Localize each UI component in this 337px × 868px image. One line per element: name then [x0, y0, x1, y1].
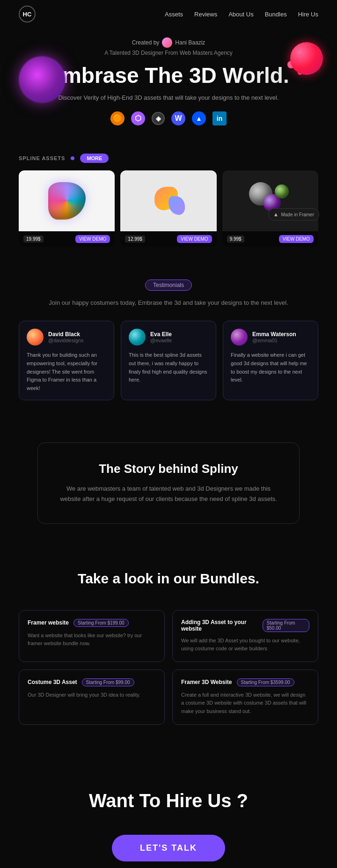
bundle-4-name: Framer 3D Website — [181, 679, 232, 685]
hero-desc: Discover Verity of High-End 3D assets th… — [28, 94, 309, 101]
bundle-card-2: Adding 3D Asset to your website Starting… — [172, 610, 318, 662]
bundle-2-price: Starting From $50.00 — [263, 619, 309, 632]
nav-links: Assets Reviews About Us Bundles Hire Us — [165, 10, 318, 18]
nav-bundles[interactable]: Bundles — [265, 11, 287, 18]
bundle-4-price: Starting From $3599.00 — [237, 678, 294, 686]
framer-badge-text: Made in Framer — [281, 212, 314, 217]
bundle-4-desc: Create a full and interactive 3D website… — [181, 691, 309, 716]
nav-logo: HC — [19, 6, 36, 22]
asset-2-view-btn[interactable]: VIEW DEMO — [177, 235, 212, 243]
bundles-grid: Framer website Starting From $199.00 Wan… — [19, 610, 318, 725]
asset-1-price: 19.99$ — [23, 235, 44, 243]
story-section: The Story behind Spliny We are webmaster… — [0, 414, 337, 552]
sphere3 — [275, 184, 289, 199]
testimonial-3-name: Emma Waterson — [252, 331, 296, 338]
bundle-card-1: Framer website Starting From $199.00 Wan… — [19, 610, 165, 662]
created-label: Created by — [132, 39, 160, 46]
linkedin-icon[interactable]: in — [212, 111, 227, 125]
sketch-icon[interactable]: ◈ — [152, 112, 165, 125]
hire-heading: Want To Hire Us ? — [19, 790, 318, 811]
hero-section: Created by Hani Baaziz A Talented 3D Des… — [0, 28, 337, 144]
hero-deco-sphere — [19, 56, 66, 103]
asset-3-view-btn[interactable]: VIEW DEMO — [279, 235, 314, 243]
story-heading: The Story behind Spliny — [57, 462, 280, 476]
assets-dot — [71, 156, 74, 160]
asset-card-1-img — [19, 170, 115, 231]
more-button[interactable]: MORE — [80, 154, 109, 163]
testimonial-1-name: David Black — [48, 331, 83, 338]
testimonial-1-info: David Black @daviddesigns — [48, 331, 83, 343]
nav-hire[interactable]: Hire Us — [298, 11, 318, 18]
testimonial-3-handle: @emma01 — [252, 338, 296, 343]
bundle-3-header: Costume 3D Asset Starting From $99.00 — [28, 678, 156, 686]
bundle-card-4: Framer 3D Website Starting From $3599.00… — [172, 669, 318, 725]
testimonial-2-author: Eva Elle @evaelle — [129, 329, 208, 346]
testimonial-2-info: Eva Elle @evaelle — [150, 331, 172, 343]
figma-icon[interactable]: ⬡ — [131, 111, 145, 125]
testimonial-3-author: Emma Waterson @emma01 — [231, 329, 310, 346]
hero-deco-spiral — [290, 42, 323, 75]
assets-header: SPLINE ASSETS MORE — [19, 154, 318, 163]
bundle-1-header: Framer website Starting From $199.00 — [28, 619, 156, 627]
bundle-2-header: Adding 3D Asset to your website Starting… — [181, 619, 309, 632]
hero-heading: Embrase The 3D World. — [28, 64, 309, 88]
testimonial-1-text: Thank you for building such an empowerin… — [27, 351, 106, 392]
asset-1-view-btn[interactable]: VIEW DEMO — [75, 235, 110, 243]
testimonial-1-avatar — [27, 329, 44, 346]
story-text: We are webmasters a team of talented web… — [57, 484, 280, 504]
creator-avatar — [162, 37, 172, 48]
nav-assets[interactable]: Assets — [165, 11, 183, 18]
testimonial-3-avatar — [231, 329, 248, 346]
blender-icon[interactable]: 🟠 — [110, 111, 125, 125]
bundle-3-desc: Our 3D Designer will bring your 3D idea … — [28, 691, 156, 699]
asset-card-2-footer: 12.99$ VIEW DEMO — [120, 231, 216, 247]
nav-about[interactable]: About Us — [228, 11, 253, 18]
bundle-1-name: Framer website — [28, 619, 69, 626]
testimonial-1: David Black @daviddesigns Thank you for … — [19, 321, 114, 400]
hero-icons: 🟠 ⬡ ◈ W ▲ in — [28, 111, 309, 125]
hero-subtitle: A Talented 3D Designer From Web Masters … — [28, 50, 309, 56]
asset-3-price: 9.99$ — [227, 235, 244, 243]
blob2 — [168, 196, 185, 215]
bundle-1-price: Starting From $199.00 — [73, 619, 129, 627]
bundle-4-header: Framer 3D Website Starting From $3599.00 — [181, 678, 309, 686]
webflow-icon[interactable]: W — [171, 111, 185, 125]
testimonial-2-handle: @evaelle — [150, 338, 172, 343]
testimonial-1-author: David Black @daviddesigns — [27, 329, 106, 346]
created-by: Created by Hani Baaziz — [28, 37, 309, 48]
bundle-1-desc: Want a website that looks like our websi… — [28, 632, 156, 648]
testimonial-2-avatar — [129, 329, 146, 346]
framer-icon[interactable]: ▲ — [192, 111, 206, 125]
framer-badge: ▲ Made in Framer — [268, 208, 319, 221]
abstract-shape — [150, 187, 187, 215]
testimonial-3-info: Emma Waterson @emma01 — [252, 331, 296, 343]
testimonial-2-name: Eva Elle — [150, 331, 172, 338]
testimonials-desc: Join our happy costumers today, Embrase … — [19, 298, 318, 308]
asset-card-2: 12.99$ VIEW DEMO — [120, 170, 216, 247]
asset-card-3-footer: 9.99$ VIEW DEMO — [222, 231, 318, 247]
testimonial-2-text: This is the best spline 3d assets out th… — [129, 351, 208, 384]
bundles-section: Take a look in our Bundles. Framer websi… — [0, 552, 337, 743]
assets-cards-wrapper: 19.99$ VIEW DEMO 12.99$ VIEW DEMO — [19, 170, 318, 247]
asset-card-1: 19.99$ VIEW DEMO — [19, 170, 115, 247]
bundles-heading: Take a look in our Bundles. — [19, 571, 318, 587]
story-box: The Story behind Spliny We are webmaster… — [37, 442, 300, 523]
hire-section: Want To Hire Us ? LET'S TALK — [0, 743, 337, 868]
bundle-3-name: Costume 3D Asset — [28, 679, 77, 685]
creator-name: Hani Baaziz — [175, 39, 205, 46]
navbar: HC Assets Reviews About Us Bundles Hire … — [0, 0, 337, 28]
assets-label: SPLINE ASSETS — [19, 155, 65, 161]
metallic-shape — [48, 182, 86, 220]
bundle-card-3: Costume 3D Asset Starting From $99.00 Ou… — [19, 669, 165, 725]
framer-badge-icon: ▲ — [273, 211, 279, 218]
nav-reviews[interactable]: Reviews — [194, 11, 217, 18]
testimonial-1-handle: @daviddesigns — [48, 338, 83, 343]
assets-section: SPLINE ASSETS MORE 19.99$ VIEW DEMO — [0, 144, 337, 256]
asset-2-price: 12.99$ — [125, 235, 145, 243]
bundle-2-name: Adding 3D Asset to your website — [181, 619, 258, 632]
testimonial-2: Eva Elle @evaelle This is the best splin… — [121, 321, 216, 400]
testimonials-section: Testimonials Join our happy costumers to… — [0, 256, 337, 415]
testimonials-grid: David Black @daviddesigns Thank you for … — [19, 321, 318, 400]
asset-card-1-footer: 19.99$ VIEW DEMO — [19, 231, 115, 247]
lets-talk-button[interactable]: LET'S TALK — [112, 835, 225, 861]
